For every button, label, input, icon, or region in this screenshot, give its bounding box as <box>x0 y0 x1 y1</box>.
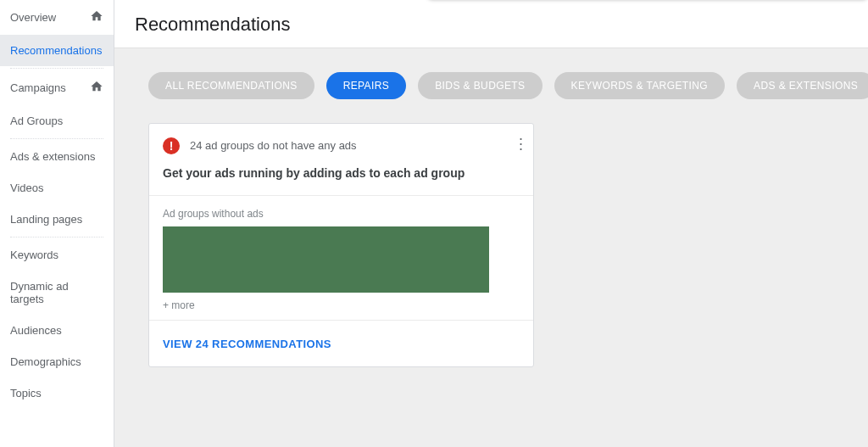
more-link[interactable]: + more <box>163 299 520 311</box>
sidebar-item-topics[interactable]: Topics <box>0 377 114 409</box>
alert-icon: ! <box>163 137 180 154</box>
card-title: Get your ads running by adding ads to ea… <box>149 161 533 195</box>
header: Recommendations <box>114 0 868 48</box>
pill-ads-extensions[interactable]: ADS & EXTENSIONS <box>737 72 868 99</box>
sidebar-item-keywords[interactable]: Keywords <box>0 239 114 271</box>
page-title: Recommendations <box>135 14 848 36</box>
pill-keywords-targeting[interactable]: KEYWORDS & TARGETING <box>554 72 726 99</box>
sidebar-item-label: Audiences <box>10 324 62 337</box>
sidebar-item-ad-groups[interactable]: Ad Groups <box>0 105 114 137</box>
sidebar-item-campaigns[interactable]: Campaigns <box>0 70 114 105</box>
divider <box>10 237 103 237</box>
pill-repairs[interactable]: REPAIRS <box>326 72 407 99</box>
card-footer: VIEW 24 RECOMMENDATIONS <box>149 320 533 366</box>
sidebar-item-label: Landing pages <box>10 213 82 226</box>
sidebar-item-overview[interactable]: Overview <box>0 0 114 35</box>
pill-all-recommendations[interactable]: ALL RECOMMENDATIONS <box>148 72 314 99</box>
sidebar-item-videos[interactable]: Videos <box>0 172 114 204</box>
card-header: ! 24 ad groups do not have any ads ··· <box>149 124 533 161</box>
content: ALL RECOMMENDATIONS REPAIRS BIDS & BUDGE… <box>114 48 868 447</box>
card-alert-text: 24 ad groups do not have any ads <box>190 137 357 152</box>
sidebar-item-label: Videos <box>10 182 44 194</box>
sidebar-item-label: Ads & extensions <box>10 150 95 163</box>
main: Recommendations ALL RECOMMENDATIONS REPA… <box>114 0 868 447</box>
sidebar-item-label: Dynamic ad targets <box>10 280 103 305</box>
sidebar-item-label: Recommendations <box>10 44 102 57</box>
sidebar-item-demographics[interactable]: Demographics <box>0 346 114 377</box>
view-recommendations-link[interactable]: VIEW 24 RECOMMENDATIONS <box>163 338 331 350</box>
sidebar-item-label: Campaigns <box>10 81 66 94</box>
sidebar-item-dynamic-ad-targets[interactable]: Dynamic ad targets <box>0 271 114 315</box>
home-icon <box>90 80 103 96</box>
sidebar-item-label: Overview <box>10 11 56 24</box>
sidebar-item-audiences[interactable]: Audiences <box>0 315 114 346</box>
sidebar-item-label: Demographics <box>10 355 81 368</box>
sidebar-item-landing-pages[interactable]: Landing pages <box>0 204 114 235</box>
recommendation-card: ! 24 ad groups do not have any ads ··· G… <box>148 123 534 367</box>
sidebar-item-label: Keywords <box>10 249 58 261</box>
sidebar: Overview Recommendations Campaigns Ad Gr… <box>0 0 114 447</box>
divider <box>10 138 103 139</box>
filter-pills: ALL RECOMMENDATIONS REPAIRS BIDS & BUDGE… <box>114 72 868 123</box>
sidebar-item-recommendations[interactable]: Recommendations <box>0 35 114 66</box>
redacted-block <box>163 226 489 293</box>
pill-bids-budgets[interactable]: BIDS & BUDGETS <box>418 72 542 99</box>
home-icon <box>90 9 103 25</box>
sidebar-item-label: Ad Groups <box>10 115 63 127</box>
kebab-menu-icon[interactable]: ··· <box>519 136 523 151</box>
sidebar-item-label: Topics <box>10 387 42 400</box>
sidebar-item-ads-extensions[interactable]: Ads & extensions <box>0 141 114 172</box>
card-body-label: Ad groups without ads <box>163 208 520 220</box>
card-body: Ad groups without ads + more <box>149 195 533 320</box>
divider <box>10 68 103 69</box>
